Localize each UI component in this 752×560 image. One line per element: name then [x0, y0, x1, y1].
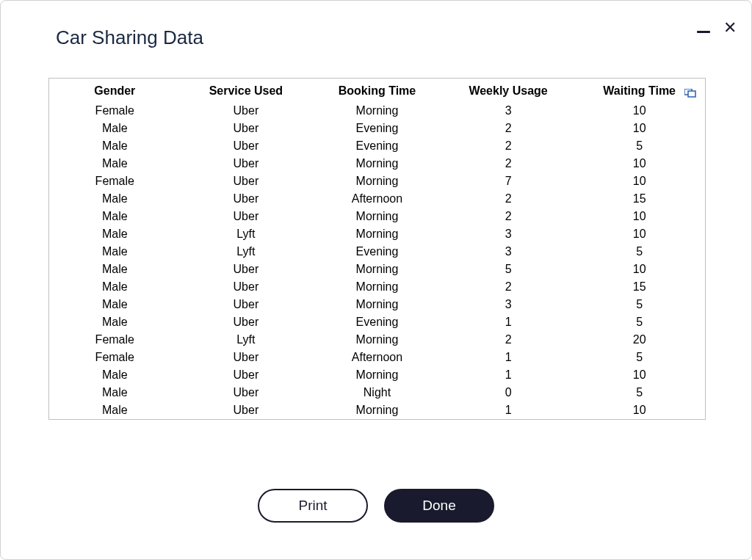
cell-waiting: 10	[574, 261, 705, 278]
cell-waiting: 15	[574, 278, 705, 296]
expand-icon[interactable]	[684, 87, 696, 101]
cell-service: Uber	[181, 137, 312, 155]
table-row: MaleUberMorning210	[49, 208, 705, 225]
col-header-weekly: Weekly Usage	[443, 79, 574, 102]
cell-gender: Male	[49, 137, 181, 155]
done-button[interactable]: Done	[384, 489, 494, 523]
cell-booking: Evening	[311, 137, 443, 155]
close-icon[interactable]: ✕	[723, 20, 737, 36]
cell-booking: Morning	[311, 225, 443, 243]
cell-waiting: 5	[574, 313, 705, 331]
cell-booking: Evening	[311, 120, 443, 137]
cell-gender: Male	[49, 190, 181, 208]
cell-waiting: 20	[574, 331, 705, 349]
cell-service: Lyft	[181, 225, 312, 243]
cell-service: Lyft	[181, 243, 312, 261]
cell-gender: Male	[49, 261, 181, 278]
cell-gender: Female	[49, 102, 181, 120]
cell-booking: Morning	[311, 172, 443, 190]
table-row: MaleUberEvening15	[49, 313, 705, 331]
cell-service: Uber	[181, 120, 312, 137]
cell-gender: Male	[49, 243, 181, 261]
cell-weekly: 5	[443, 261, 574, 278]
table-row: MaleUberMorning210	[49, 155, 705, 172]
table-row: FemaleUberMorning710	[49, 172, 705, 190]
cell-booking: Morning	[311, 331, 443, 349]
cell-service: Uber	[181, 155, 312, 172]
footer-buttons: Print Done	[1, 489, 751, 523]
table-row: FemaleUberAfternoon15	[49, 349, 705, 366]
cell-weekly: 1	[443, 366, 574, 384]
cell-weekly: 2	[443, 137, 574, 155]
data-table: Gender Service Used Booking Time Weekly …	[49, 79, 705, 419]
cell-waiting: 10	[574, 172, 705, 190]
cell-booking: Morning	[311, 102, 443, 120]
table-header-row: Gender Service Used Booking Time Weekly …	[49, 79, 705, 102]
cell-waiting: 10	[574, 225, 705, 243]
cell-gender: Male	[49, 384, 181, 401]
cell-weekly: 1	[443, 349, 574, 366]
cell-weekly: 2	[443, 120, 574, 137]
cell-weekly: 2	[443, 208, 574, 225]
cell-waiting: 15	[574, 190, 705, 208]
col-header-booking: Booking Time	[311, 79, 443, 102]
table-row: MaleUberEvening25	[49, 137, 705, 155]
cell-gender: Male	[49, 401, 181, 419]
cell-weekly: 3	[443, 225, 574, 243]
col-header-service: Service Used	[181, 79, 312, 102]
table-row: MaleUberNight05	[49, 384, 705, 401]
cell-service: Uber	[181, 401, 312, 419]
cell-booking: Evening	[311, 313, 443, 331]
svg-rect-1	[688, 91, 695, 97]
table-row: MaleLyftMorning310	[49, 225, 705, 243]
cell-waiting: 10	[574, 120, 705, 137]
cell-service: Uber	[181, 208, 312, 225]
table-body: FemaleUberMorning310MaleUberEvening210Ma…	[49, 102, 705, 419]
cell-weekly: 3	[443, 102, 574, 120]
table-row: MaleUberMorning35	[49, 296, 705, 313]
cell-service: Uber	[181, 296, 312, 313]
table-row: MaleUberMorning510	[49, 261, 705, 278]
cell-booking: Morning	[311, 401, 443, 419]
cell-booking: Morning	[311, 278, 443, 296]
cell-gender: Male	[49, 120, 181, 137]
cell-booking: Evening	[311, 243, 443, 261]
table-row: MaleUberMorning110	[49, 366, 705, 384]
cell-booking: Afternoon	[311, 349, 443, 366]
cell-waiting: 10	[574, 155, 705, 172]
cell-service: Uber	[181, 172, 312, 190]
cell-waiting: 5	[574, 384, 705, 401]
cell-service: Uber	[181, 190, 312, 208]
print-button[interactable]: Print	[258, 489, 368, 523]
col-header-gender: Gender	[49, 79, 181, 102]
table-row: MaleUberMorning215	[49, 278, 705, 296]
cell-weekly: 2	[443, 190, 574, 208]
dialog-title: Car Sharing Data	[56, 26, 203, 49]
cell-gender: Male	[49, 278, 181, 296]
cell-service: Uber	[181, 313, 312, 331]
cell-gender: Male	[49, 366, 181, 384]
cell-service: Uber	[181, 102, 312, 120]
cell-waiting: 10	[574, 208, 705, 225]
cell-service: Uber	[181, 349, 312, 366]
cell-weekly: 3	[443, 296, 574, 313]
cell-weekly: 2	[443, 155, 574, 172]
cell-booking: Morning	[311, 155, 443, 172]
cell-service: Uber	[181, 278, 312, 296]
cell-weekly: 7	[443, 172, 574, 190]
cell-gender: Male	[49, 225, 181, 243]
cell-gender: Male	[49, 208, 181, 225]
table-row: FemaleUberMorning310	[49, 102, 705, 120]
table-row: MaleUberEvening210	[49, 120, 705, 137]
cell-weekly: 2	[443, 331, 574, 349]
cell-waiting: 10	[574, 401, 705, 419]
cell-service: Lyft	[181, 331, 312, 349]
cell-gender: Male	[49, 296, 181, 313]
cell-waiting: 5	[574, 349, 705, 366]
cell-waiting: 5	[574, 243, 705, 261]
window-controls: ✕	[697, 20, 737, 36]
minimize-icon[interactable]	[697, 31, 710, 33]
cell-booking: Morning	[311, 296, 443, 313]
table-row: MaleUberAfternoon215	[49, 190, 705, 208]
cell-booking: Morning	[311, 208, 443, 225]
